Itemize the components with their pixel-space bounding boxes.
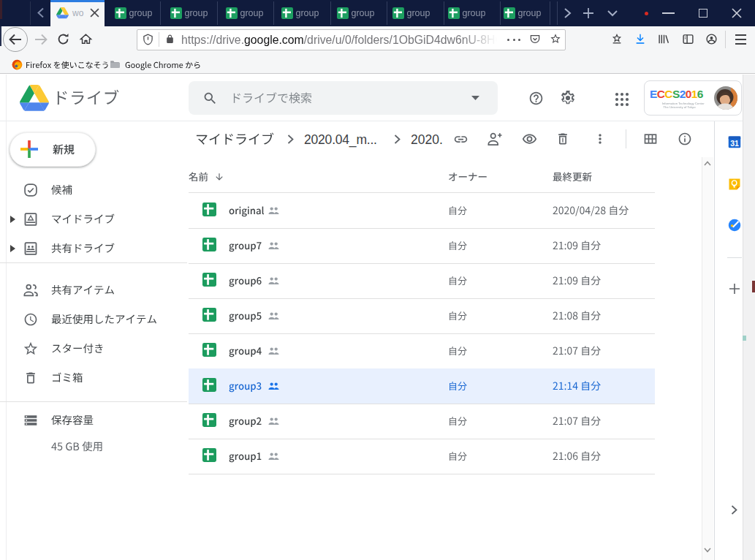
svg-text:31: 31 <box>730 139 739 148</box>
